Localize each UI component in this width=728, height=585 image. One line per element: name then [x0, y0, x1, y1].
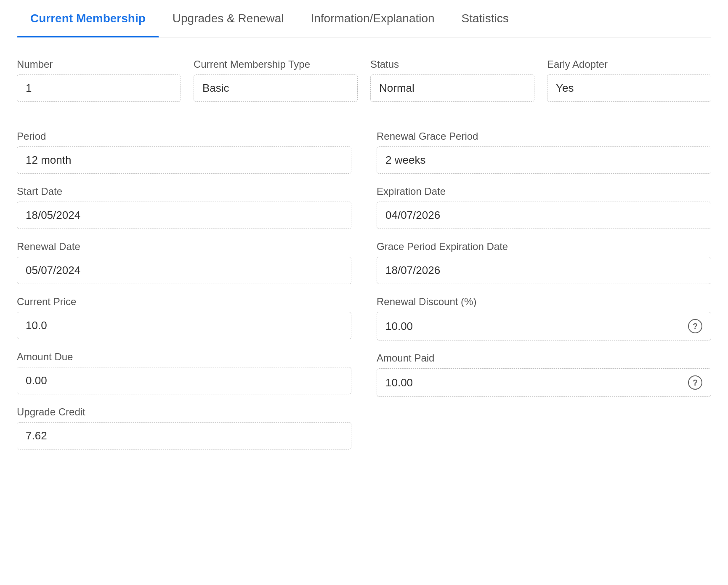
- start-date-label: Start Date: [17, 186, 351, 197]
- period-label: Period: [17, 130, 351, 142]
- upgrade-credit-label: Upgrade Credit: [17, 406, 351, 418]
- membership-type-value[interactable]: Basic: [194, 74, 358, 102]
- renewal-grace-period-value[interactable]: 2 weeks: [377, 146, 711, 174]
- form-section: Number 1 Current Membership Type Basic S…: [17, 54, 711, 465]
- number-value[interactable]: 1: [17, 74, 181, 102]
- field-renewal-discount: Renewal Discount (%) 10.00 ?: [377, 296, 711, 340]
- status-value[interactable]: Normal: [370, 74, 534, 102]
- field-expiration-date: Expiration Date 04/07/2026: [377, 186, 711, 229]
- right-column: Renewal Grace Period 2 weeks Expiration …: [377, 130, 711, 461]
- renewal-discount-help-icon[interactable]: ?: [688, 319, 702, 333]
- upgrade-credit-value[interactable]: 7.62: [17, 422, 351, 449]
- grace-period-expiration-label: Grace Period Expiration Date: [377, 241, 711, 253]
- expiration-date-value[interactable]: 04/07/2026: [377, 202, 711, 229]
- field-amount-paid: Amount Paid 10.00 ?: [377, 352, 711, 397]
- main-row: Period 12 month Start Date 18/05/2024 Re…: [17, 130, 711, 461]
- amount-paid-label: Amount Paid: [377, 352, 711, 364]
- current-price-label: Current Price: [17, 296, 351, 308]
- number-label: Number: [17, 58, 181, 70]
- tab-nav: Current Membership Upgrades & Renewal In…: [17, 0, 711, 37]
- start-date-value[interactable]: 18/05/2024: [17, 202, 351, 229]
- renewal-grace-period-label: Renewal Grace Period: [377, 130, 711, 142]
- tab-statistics[interactable]: Statistics: [448, 0, 522, 37]
- top-row: Number 1 Current Membership Type Basic S…: [17, 58, 711, 114]
- amount-paid-help-icon[interactable]: ?: [688, 375, 702, 390]
- status-label: Status: [370, 58, 534, 70]
- field-renewal-date: Renewal Date 05/07/2024: [17, 241, 351, 284]
- left-column: Period 12 month Start Date 18/05/2024 Re…: [17, 130, 351, 461]
- amount-paid-value-container: 10.00 ?: [377, 368, 711, 397]
- early-adopter-label: Early Adopter: [547, 58, 711, 70]
- tab-upgrades-renewal[interactable]: Upgrades & Renewal: [159, 0, 298, 37]
- membership-type-label: Current Membership Type: [194, 58, 358, 70]
- field-grace-period-expiration: Grace Period Expiration Date 18/07/2026: [377, 241, 711, 284]
- period-value[interactable]: 12 month: [17, 146, 351, 174]
- field-status: Status Normal: [370, 58, 534, 102]
- field-renewal-grace-period: Renewal Grace Period 2 weeks: [377, 130, 711, 174]
- current-price-value[interactable]: 10.0: [17, 312, 351, 339]
- expiration-date-label: Expiration Date: [377, 186, 711, 197]
- renewal-date-label: Renewal Date: [17, 241, 351, 253]
- early-adopter-value[interactable]: Yes: [547, 74, 711, 102]
- amount-due-value[interactable]: 0.00: [17, 367, 351, 394]
- amount-paid-value[interactable]: 10.00: [385, 376, 413, 389]
- renewal-discount-label: Renewal Discount (%): [377, 296, 711, 308]
- field-amount-due: Amount Due 0.00: [17, 351, 351, 394]
- field-membership-type: Current Membership Type Basic: [194, 58, 358, 102]
- field-current-price: Current Price 10.0: [17, 296, 351, 339]
- field-start-date: Start Date 18/05/2024: [17, 186, 351, 229]
- field-period: Period 12 month: [17, 130, 351, 174]
- amount-due-label: Amount Due: [17, 351, 351, 363]
- grace-period-expiration-value[interactable]: 18/07/2026: [377, 257, 711, 284]
- renewal-date-value[interactable]: 05/07/2024: [17, 257, 351, 284]
- field-upgrade-credit: Upgrade Credit 7.62: [17, 406, 351, 449]
- field-early-adopter: Early Adopter Yes: [547, 58, 711, 102]
- tab-information-explanation[interactable]: Information/Explanation: [297, 0, 448, 37]
- renewal-discount-value[interactable]: 10.00: [385, 320, 413, 333]
- tab-current-membership[interactable]: Current Membership: [17, 0, 159, 37]
- renewal-discount-value-container: 10.00 ?: [377, 312, 711, 340]
- field-number: Number 1: [17, 58, 181, 102]
